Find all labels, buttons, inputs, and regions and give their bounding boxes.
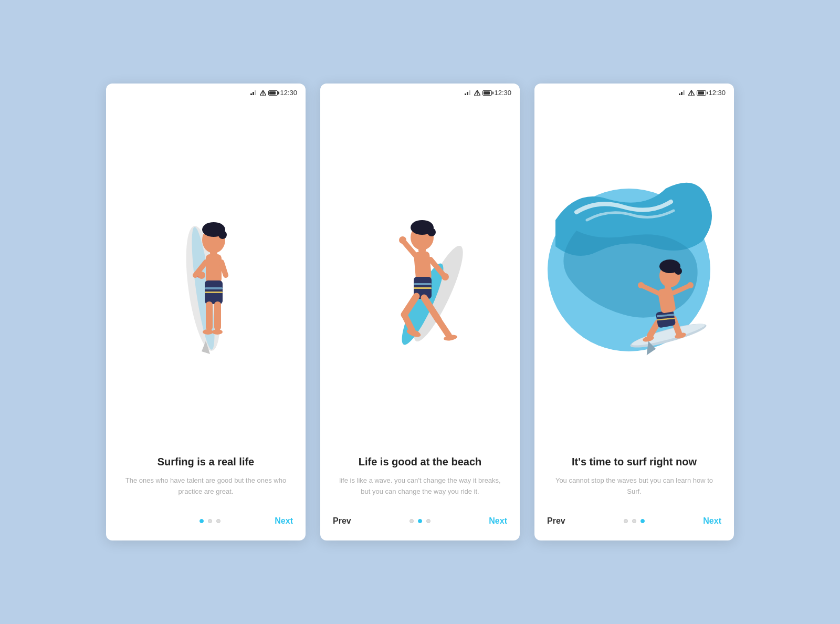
- nav-bar-3: Prev Next: [534, 508, 734, 540]
- wifi-icon-3: [688, 90, 695, 96]
- dot-1-1: [200, 519, 204, 523]
- svg-point-35: [442, 273, 449, 280]
- signal-icon-2: [465, 90, 472, 96]
- screen-desc-1: The ones who have talent are good but th…: [122, 475, 290, 497]
- next-button-2[interactable]: Next: [489, 516, 507, 526]
- dot-2-1: [410, 519, 414, 523]
- wifi-icon-2: [474, 90, 480, 96]
- screen-2: 12:30: [320, 84, 520, 540]
- prev-button-3[interactable]: Prev: [547, 516, 565, 526]
- dot-3-1: [624, 519, 628, 523]
- prev-button-2[interactable]: Prev: [333, 516, 351, 526]
- svg-rect-38: [414, 287, 432, 289]
- svg-point-69: [687, 282, 694, 288]
- screen-3: 12:30: [534, 84, 734, 540]
- status-bar-1: 12:30: [106, 84, 306, 100]
- illustration-2: [320, 100, 520, 445]
- surfer-wave-svg: [545, 173, 723, 372]
- dot-2-2: [418, 519, 422, 523]
- nav-dots-2: [410, 519, 430, 523]
- nav-bar-2: Prev Next: [320, 508, 520, 540]
- svg-rect-9: [206, 254, 222, 283]
- status-time-2: 12:30: [494, 89, 511, 97]
- signal-icon: [250, 90, 258, 96]
- dot-1-2: [208, 519, 212, 523]
- wifi-icon: [260, 90, 266, 96]
- screen-1: 12:30: [106, 84, 306, 540]
- status-time-1: 12:30: [280, 89, 297, 97]
- dot-3-3: [640, 519, 645, 523]
- svg-point-33: [399, 236, 406, 244]
- next-button-1[interactable]: Next: [275, 516, 293, 526]
- screen-title-2: Life is good at the beach: [336, 456, 504, 468]
- svg-point-12: [198, 272, 205, 279]
- svg-point-18: [203, 329, 213, 335]
- text-area-1: Surfing is a real life The ones who have…: [106, 445, 306, 508]
- dot-3-2: [632, 519, 636, 523]
- status-bar-2: 12:30: [320, 84, 520, 100]
- svg-line-11: [222, 262, 226, 275]
- svg-point-73: [675, 267, 682, 275]
- svg-marker-2: [255, 90, 256, 95]
- svg-rect-17: [214, 301, 221, 330]
- status-icons-1: 12:30: [250, 89, 297, 97]
- svg-line-43: [438, 320, 449, 336]
- next-button-3[interactable]: Next: [703, 516, 721, 526]
- battery-icon-2: [482, 90, 492, 96]
- illustration-3: [534, 100, 734, 445]
- screen-title-1: Surfing is a real life: [122, 456, 290, 468]
- svg-rect-37: [414, 283, 432, 285]
- svg-marker-26: [469, 90, 470, 95]
- text-area-2: Life is good at the beach life is like a…: [320, 445, 520, 508]
- status-icons-3: 12:30: [679, 89, 726, 97]
- svg-rect-15: [205, 292, 223, 293]
- text-area-3: It's time to surf right now You cannot s…: [534, 445, 734, 508]
- svg-rect-14: [205, 287, 223, 289]
- illustration-1: [106, 100, 306, 445]
- screen-desc-3: You cannot stop the waves but you can le…: [550, 475, 718, 497]
- svg-point-48: [427, 228, 436, 236]
- svg-rect-16: [206, 301, 213, 330]
- dot-2-3: [426, 519, 430, 523]
- signal-icon-3: [679, 90, 686, 96]
- nav-dots-3: [624, 519, 645, 523]
- svg-marker-50: [681, 92, 682, 95]
- svg-point-23: [218, 231, 227, 239]
- status-bar-3: 12:30: [534, 84, 734, 100]
- surfer-standing-svg: [143, 173, 269, 372]
- surfer-running-svg: [346, 173, 494, 372]
- svg-point-19: [212, 329, 223, 335]
- nav-bar-1: Next: [106, 508, 306, 540]
- svg-marker-25: [467, 92, 468, 95]
- screen-desc-2: life is like a wave. you can't change th…: [336, 475, 504, 497]
- svg-marker-0: [250, 93, 252, 95]
- dot-1-3: [216, 519, 220, 523]
- status-icons-2: 12:30: [465, 89, 511, 97]
- svg-marker-24: [465, 93, 466, 95]
- nav-dots-1: [200, 519, 220, 523]
- screen-title-3: It's time to surf right now: [550, 456, 718, 468]
- status-time-3: 12:30: [708, 89, 726, 97]
- battery-icon-3: [697, 90, 706, 96]
- battery-icon: [268, 90, 278, 96]
- svg-marker-49: [679, 93, 680, 95]
- svg-marker-1: [253, 92, 254, 95]
- screens-container: 12:30: [106, 84, 734, 540]
- svg-point-67: [638, 282, 644, 288]
- svg-marker-51: [683, 90, 685, 95]
